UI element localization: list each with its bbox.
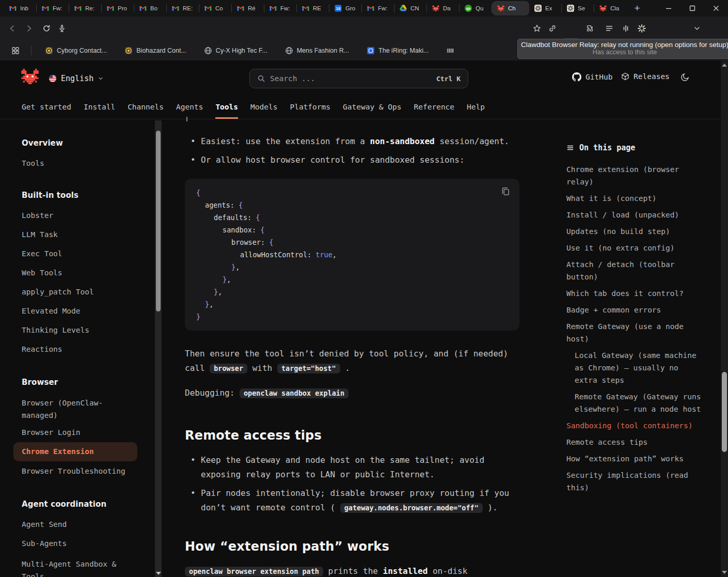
sidebar-item-exec-tool[interactable]: Exec Tool: [22, 249, 132, 258]
sidebar-item-browser-troubleshooting[interactable]: Browser Troubleshooting: [22, 467, 132, 476]
sidebar-item-reactions[interactable]: Reactions: [22, 345, 132, 354]
calendar-icon: [334, 4, 342, 12]
new-tab-button[interactable]: +: [630, 1, 644, 15]
search-shortcut: Ctrl K: [436, 75, 461, 83]
close-button[interactable]: [704, 0, 728, 17]
toc-item[interactable]: Attach / detach (toolbar button): [566, 258, 698, 283]
extensions-button[interactable]: [584, 22, 596, 35]
sidebar-item-apply-patch-tool[interactable]: apply_patch Tool: [22, 288, 132, 297]
sidebar-item-sub-agents[interactable]: Sub-Agents: [22, 539, 132, 548]
toc-item-indented[interactable]: Remote Gateway (Gateway runs elsewhere) …: [575, 391, 705, 415]
toc-item-active[interactable]: Sandboxing (tool containers): [566, 419, 698, 432]
nav-help[interactable]: Help: [467, 103, 485, 119]
sidebar-item-chrome-extension-active[interactable]: Chrome Extension: [13, 442, 137, 461]
browser-tab[interactable]: RE: [297, 0, 329, 17]
browser-tab[interactable]: Cla: [594, 0, 627, 17]
toc-item[interactable]: Remote Gateway (use a node host): [566, 320, 698, 345]
browser-tab[interactable]: Fw:: [37, 0, 69, 17]
nav-tools-active[interactable]: Tools: [215, 103, 238, 119]
nav-install[interactable]: Install: [84, 103, 115, 119]
sidebar-item-browser-openclaw-managed[interactable]: Browser (OpenClaw-managed): [22, 397, 132, 422]
browser-tab[interactable]: Da: [427, 0, 460, 17]
bookmark-item[interactable]: The iRing: Maki...: [367, 46, 429, 55]
sidebar-item-elevated-mode[interactable]: Elevated Mode: [22, 307, 132, 316]
sidebar-item-lobster[interactable]: Lobster: [22, 211, 132, 220]
nav-platforms[interactable]: Platforms: [290, 103, 330, 119]
toc-item[interactable]: What it is (concept): [566, 192, 698, 205]
sidebar-item-thinking-levels[interactable]: Thinking Levels: [22, 326, 132, 335]
browser-tab[interactable]: Inb: [4, 0, 37, 17]
browser-tab[interactable]: Fw:: [264, 0, 297, 17]
toc-item-indented[interactable]: Local Gateway (same machine as Chrome) —…: [575, 349, 705, 386]
reading-list-button[interactable]: [603, 22, 615, 35]
sidebar-toggle-button[interactable]: [620, 22, 632, 35]
browser-tab[interactable]: Bo: [134, 0, 167, 17]
toc-item[interactable]: Updates (no build step): [566, 225, 698, 238]
bookmark-item[interactable]: [446, 46, 458, 55]
doc-main: Easiest: use the extension from a non-sa…: [185, 120, 519, 577]
browser-tab[interactable]: Re:: [69, 0, 102, 17]
barcode-icon: [446, 46, 454, 55]
reload-button[interactable]: [40, 22, 53, 35]
site-logo-lobster[interactable]: [20, 69, 40, 84]
toc-item[interactable]: Security implications (read this): [566, 469, 698, 494]
scroll-up-arrow[interactable]: [722, 64, 727, 67]
browser-tab[interactable]: CN: [394, 0, 427, 17]
nav-reference[interactable]: Reference: [414, 103, 455, 119]
bookmark-star-button[interactable]: [531, 22, 543, 35]
sidebar-item-browser-login[interactable]: Browser Login: [22, 428, 132, 437]
copy-button[interactable]: [500, 185, 511, 197]
browser-tab[interactable]: Co: [199, 0, 232, 17]
minimize-button[interactable]: [657, 0, 680, 17]
bookmark-item[interactable]: Cy-X High Tec F...: [204, 46, 267, 55]
apps-grid-icon[interactable]: [11, 46, 20, 55]
browser-tab[interactable]: Fw:: [362, 0, 394, 17]
search-box[interactable]: Ctrl K: [249, 69, 468, 88]
sidebar-scroll-down-arrow[interactable]: [156, 572, 161, 575]
profile-menu-button[interactable]: [691, 22, 703, 35]
bookmark-item[interactable]: Mens Fashion R...: [285, 46, 349, 55]
page-scrollbar-thumb[interactable]: [722, 372, 727, 452]
browser-tab[interactable]: Gro: [329, 0, 362, 17]
maximize-button[interactable]: [680, 0, 704, 17]
language-selector[interactable]: English: [49, 74, 104, 83]
share-link-button[interactable]: [546, 22, 559, 35]
sidebar-item-agent-send[interactable]: Agent Send: [22, 520, 132, 529]
nav-get-started[interactable]: Get started: [22, 103, 71, 119]
browser-tab-active[interactable]: Ch: [492, 1, 529, 15]
forward-button[interactable]: [23, 22, 35, 35]
sidebar-item-web-tools[interactable]: Web Tools: [22, 269, 132, 277]
releases-label: Releases: [634, 72, 670, 81]
releases-link[interactable]: Releases: [621, 72, 670, 81]
browser-tab[interactable]: Ex: [529, 0, 562, 17]
toc-item[interactable]: Use it (no extra config): [566, 242, 698, 254]
sidebar-item-llm-task[interactable]: LLM Task: [22, 230, 132, 239]
toc-item[interactable]: Which tab does it control?: [566, 287, 698, 300]
sidebar-item-multi-agent-sandbox[interactable]: Multi-Agent Sandbox & Tools: [22, 558, 132, 577]
github-link[interactable]: GitHub: [572, 72, 612, 82]
theme-toggle-button[interactable]: [680, 72, 690, 82]
toc-item[interactable]: Install / load (unpacked): [566, 209, 698, 221]
sidebar-scrollbar-thumb[interactable]: [156, 131, 161, 311]
browser-tab[interactable]: Se: [562, 0, 594, 17]
scroll-down-arrow[interactable]: [722, 571, 727, 574]
nav-channels[interactable]: Channels: [128, 103, 164, 119]
browser-tab[interactable]: Qu: [460, 0, 492, 17]
sidebar-item-tools[interactable]: Tools: [22, 159, 132, 168]
toc-item[interactable]: Remote access tips: [566, 436, 698, 448]
nav-agents[interactable]: Agents: [176, 103, 203, 119]
browser-tab[interactable]: Ré: [232, 0, 264, 17]
browser-tab[interactable]: Pro: [102, 0, 134, 17]
nav-gateway-ops[interactable]: Gateway & Ops: [343, 103, 402, 119]
bookmark-item[interactable]: Cyborg Contact...: [45, 46, 107, 55]
search-input[interactable]: [270, 74, 432, 83]
toc-item[interactable]: How “extension path” works: [566, 453, 698, 465]
toc-item[interactable]: Chrome extension (browser relay): [566, 163, 698, 188]
browser-tab[interactable]: RE:: [167, 0, 199, 17]
bookmark-item[interactable]: Biohazard Cont...: [124, 46, 186, 55]
back-button[interactable]: [6, 22, 19, 35]
toc-item[interactable]: Badge + common errors: [566, 304, 698, 316]
assistant-button[interactable]: [636, 22, 648, 35]
nav-models[interactable]: Models: [250, 103, 277, 119]
mic-button[interactable]: [56, 22, 68, 35]
